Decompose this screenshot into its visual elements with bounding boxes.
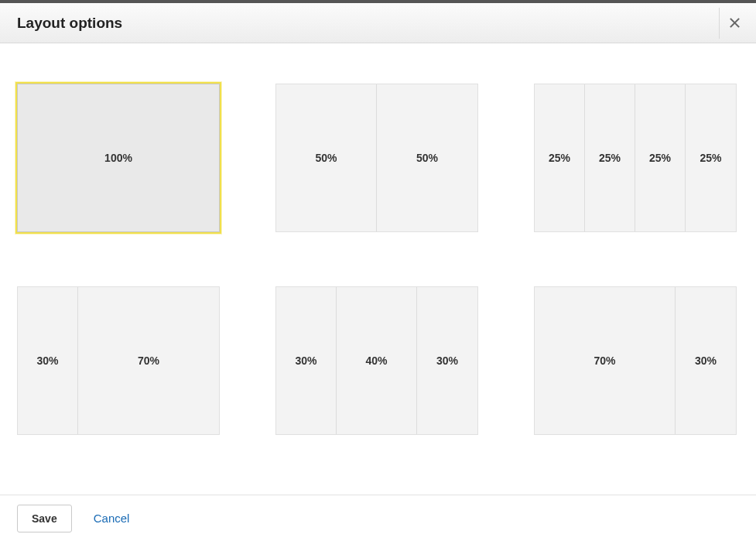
column-percent-label: 25% bbox=[549, 152, 570, 164]
layout-option-3-col-1: 70% bbox=[78, 287, 219, 434]
layout-option-1-col-1: 50% bbox=[377, 84, 477, 231]
column-percent-label: 25% bbox=[700, 152, 721, 164]
column-percent-label: 70% bbox=[594, 354, 615, 367]
column-percent-label: 30% bbox=[295, 354, 316, 367]
layout-option-0-col-0: 100% bbox=[18, 84, 219, 231]
layout-option-4-col-1: 40% bbox=[337, 287, 417, 434]
save-button[interactable]: Save bbox=[17, 505, 72, 532]
column-percent-label: 100% bbox=[104, 152, 132, 164]
layout-option-1-col-0: 50% bbox=[276, 84, 377, 231]
layout-option-3-col-0: 30% bbox=[18, 287, 78, 434]
layout-option-3[interactable]: 30%70% bbox=[17, 286, 220, 435]
layout-options-grid: 100%50%50%25%25%25%25%30%70%30%40%30%70%… bbox=[17, 84, 739, 435]
column-percent-label: 30% bbox=[695, 354, 717, 367]
layout-option-2-col-0: 25% bbox=[535, 84, 585, 231]
column-percent-label: 25% bbox=[649, 152, 671, 164]
layout-option-2-col-3: 25% bbox=[686, 84, 736, 231]
column-percent-label: 40% bbox=[365, 354, 387, 367]
column-percent-label: 50% bbox=[315, 152, 337, 164]
dialog-title: Layout options bbox=[17, 15, 122, 32]
layout-option-2-col-2: 25% bbox=[635, 84, 686, 231]
column-percent-label: 70% bbox=[138, 354, 159, 367]
column-percent-label: 25% bbox=[599, 152, 621, 164]
layout-option-2[interactable]: 25%25%25%25% bbox=[534, 84, 737, 232]
column-percent-label: 30% bbox=[36, 354, 58, 367]
close-icon bbox=[729, 17, 741, 29]
layout-option-4-col-2: 30% bbox=[417, 287, 477, 434]
layout-option-1[interactable]: 50%50% bbox=[275, 84, 478, 232]
dialog-header: Layout options bbox=[0, 3, 756, 43]
layout-option-4-col-0: 30% bbox=[276, 287, 337, 434]
layout-option-5-col-0: 70% bbox=[535, 287, 676, 434]
column-percent-label: 50% bbox=[416, 152, 438, 164]
close-button[interactable] bbox=[719, 8, 750, 39]
dialog-footer: Save Cancel bbox=[0, 495, 756, 541]
layout-option-2-col-1: 25% bbox=[585, 84, 635, 231]
dialog-body: 100%50%50%25%25%25%25%30%70%30%40%30%70%… bbox=[0, 43, 756, 495]
layout-option-0[interactable]: 100% bbox=[17, 84, 220, 232]
column-percent-label: 30% bbox=[436, 354, 458, 367]
layout-option-5[interactable]: 70%30% bbox=[534, 286, 737, 435]
layout-option-4[interactable]: 30%40%30% bbox=[275, 286, 478, 435]
layout-option-5-col-1: 30% bbox=[676, 287, 736, 434]
cancel-button[interactable]: Cancel bbox=[94, 512, 130, 525]
